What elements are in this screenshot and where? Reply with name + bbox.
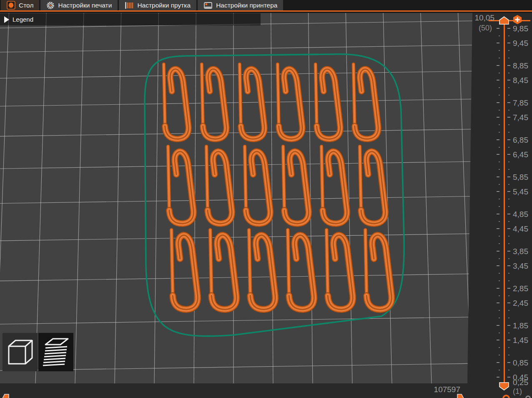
tab-filament-settings[interactable]: Настройки прутка xyxy=(119,0,196,10)
legend-expand-icon[interactable] xyxy=(4,16,9,23)
layer-tick-label: 9,85 xyxy=(513,25,528,33)
layer-tick-label: 1,85 xyxy=(513,322,528,330)
layer-slider[interactable]: 0,450,851,451,852,452,853,453,854,454,85… xyxy=(471,13,532,398)
layer-tick-label: 8,85 xyxy=(513,62,528,70)
move-slider-right-handle[interactable] xyxy=(457,394,465,398)
layer-top-index-label: (50) xyxy=(479,24,492,33)
plater-icon xyxy=(7,1,15,10)
layer-tick-label: 1,45 xyxy=(513,336,528,344)
layer-tick-label: 5,45 xyxy=(513,188,528,196)
add-color-change-button[interactable] xyxy=(512,15,522,25)
tab-printer-settings[interactable]: Настройки принтера xyxy=(198,0,283,10)
view-layers-button[interactable] xyxy=(38,333,73,371)
view-toolbar xyxy=(3,333,73,371)
tab-label: Настройки принтера xyxy=(216,2,277,9)
slicer-window: Стол Настройки печати xyxy=(0,0,532,398)
clipped-gray-icon xyxy=(525,395,531,398)
layer-tick-label: 4,85 xyxy=(513,210,528,218)
tab-label: Настройки прутка xyxy=(137,2,191,9)
layer-slider-bottom-handle[interactable] xyxy=(499,382,509,392)
clipped-orange-icon xyxy=(502,395,510,398)
move-slider-left-handle[interactable] xyxy=(1,394,9,398)
print-settings-gear-icon xyxy=(46,1,55,10)
layer-bottom-index-label: (1) xyxy=(513,387,522,396)
layer-bottom-height-label: 0,25 xyxy=(513,378,528,387)
layer-tick-label: 4,45 xyxy=(513,225,528,233)
tab-label: Стол xyxy=(19,2,33,9)
ground-plane xyxy=(0,13,472,383)
legend-label[interactable]: Legend xyxy=(13,16,33,23)
layer-tick-label: 7,85 xyxy=(513,99,528,107)
layer-tick-label: 6,85 xyxy=(513,136,528,144)
tab-plater[interactable]: Стол xyxy=(1,0,39,10)
layer-tick-label: 3,85 xyxy=(513,247,528,255)
layer-tick-label: 6,45 xyxy=(513,151,528,159)
layer-tick-label: 9,45 xyxy=(513,39,528,47)
layer-tick-label: 8,45 xyxy=(513,76,528,84)
tab-label: Настройки печати xyxy=(58,2,112,9)
layers-stack-icon xyxy=(42,337,70,367)
layer-tick-label: 3,45 xyxy=(513,262,528,270)
layer-top-height-label: 10,05 xyxy=(474,13,494,23)
layer-slider-top-handle[interactable] xyxy=(499,16,509,26)
scene-canvas[interactable] xyxy=(0,13,532,398)
layer-slider-track[interactable] xyxy=(504,21,505,386)
layer-tick-label: 0,85 xyxy=(513,359,528,367)
view-3d-button[interactable] xyxy=(3,333,38,371)
layer-slider-top-line xyxy=(489,20,530,21)
cube-3d-icon xyxy=(6,337,34,367)
filament-settings-icon xyxy=(125,1,134,10)
layer-tick-label: 5,85 xyxy=(513,173,528,181)
legend-bar: Legend xyxy=(0,13,261,25)
move-slider[interactable]: 107597 105547 xyxy=(0,369,471,398)
move-right-value-label: 107597 xyxy=(434,385,460,394)
preview-viewport[interactable]: Legend xyxy=(0,13,532,398)
tab-bar: Стол Настройки печати xyxy=(0,0,532,12)
printer-settings-icon xyxy=(203,1,213,10)
layer-tick-label: 2,45 xyxy=(513,299,528,307)
layer-tick-label: 2,85 xyxy=(513,285,528,292)
layer-tick-label: 7,45 xyxy=(513,113,528,121)
tab-print-settings[interactable]: Настройки печати xyxy=(40,0,118,10)
